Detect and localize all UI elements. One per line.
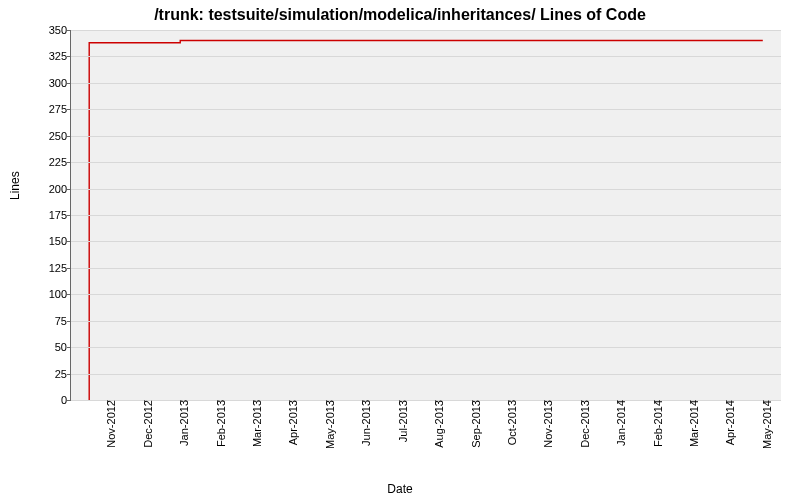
- y-tick-label: 125: [49, 262, 71, 274]
- x-tick-label: Oct-2013: [504, 400, 518, 445]
- y-tick-label: 325: [49, 50, 71, 62]
- y-tick-label: 275: [49, 103, 71, 115]
- x-tick-label: Feb-2013: [213, 400, 227, 447]
- y-gridline: [71, 215, 781, 216]
- y-gridline: [71, 162, 781, 163]
- chart-container: /trunk: testsuite/simulation/modelica/in…: [0, 0, 800, 500]
- y-gridline: [71, 56, 781, 57]
- y-gridline: [71, 347, 781, 348]
- y-gridline: [71, 83, 781, 84]
- x-tick-label: Jan-2013: [176, 400, 190, 446]
- x-tick-label: May-2014: [759, 400, 773, 449]
- chart-title: /trunk: testsuite/simulation/modelica/in…: [0, 0, 800, 24]
- y-gridline: [71, 268, 781, 269]
- y-tick-label: 200: [49, 183, 71, 195]
- y-gridline: [71, 136, 781, 137]
- y-axis-label: Lines: [8, 171, 22, 200]
- y-tick-label: 225: [49, 156, 71, 168]
- y-tick-label: 300: [49, 77, 71, 89]
- y-tick-label: 75: [55, 315, 71, 327]
- x-tick-label: Jun-2013: [358, 400, 372, 446]
- y-gridline: [71, 241, 781, 242]
- x-tick-label: Apr-2013: [285, 400, 299, 445]
- x-tick-label: Aug-2013: [431, 400, 445, 448]
- y-gridline: [71, 294, 781, 295]
- x-tick-label: May-2013: [322, 400, 336, 449]
- y-gridline: [71, 109, 781, 110]
- y-gridline: [71, 321, 781, 322]
- y-gridline: [71, 189, 781, 190]
- y-tick-label: 25: [55, 368, 71, 380]
- x-tick-label: Sep-2013: [468, 400, 482, 448]
- x-tick-label: Jul-2013: [395, 400, 409, 442]
- y-gridline: [71, 374, 781, 375]
- y-tick-label: 0: [61, 394, 71, 406]
- x-tick-label: Jan-2014: [613, 400, 627, 446]
- x-tick-label: Feb-2014: [650, 400, 664, 447]
- y-gridline: [71, 30, 781, 31]
- x-axis-label: Date: [387, 482, 412, 496]
- x-tick-label: Nov-2013: [540, 400, 554, 448]
- series-line: [89, 41, 763, 400]
- y-tick-label: 250: [49, 130, 71, 142]
- x-tick-label: Mar-2013: [249, 400, 263, 447]
- y-tick-label: 150: [49, 235, 71, 247]
- y-tick-label: 350: [49, 24, 71, 36]
- plot-area: 0255075100125150175200225250275300325350…: [70, 30, 781, 401]
- x-tick-label: Dec-2012: [140, 400, 154, 448]
- x-tick-label: Dec-2013: [577, 400, 591, 448]
- y-tick-label: 50: [55, 341, 71, 353]
- y-tick-label: 100: [49, 288, 71, 300]
- y-tick-label: 175: [49, 209, 71, 221]
- x-tick-label: Apr-2014: [722, 400, 736, 445]
- x-tick-label: Nov-2012: [103, 400, 117, 448]
- x-tick-label: Mar-2014: [686, 400, 700, 447]
